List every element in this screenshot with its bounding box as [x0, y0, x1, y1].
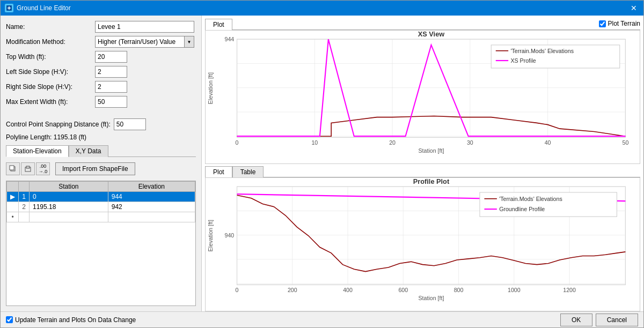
name-row: Name: [6, 21, 196, 33]
close-button[interactable]: ✕ [628, 3, 639, 13]
decimal-button[interactable]: .00→.0 [36, 162, 50, 175]
svg-text:Station [ft]: Station [ft] [419, 147, 444, 154]
bottom-plot-section: Plot Table [205, 166, 640, 311]
cancel-button[interactable]: Cancel [596, 314, 638, 326]
right-slope-label: Right Side Slope (H:V): [6, 83, 92, 91]
tab-xy-data[interactable]: X,Y Data [69, 145, 108, 157]
ok-button[interactable]: OK [560, 314, 592, 326]
svg-rect-6 [26, 166, 30, 168]
svg-text:944: 944 [224, 36, 234, 42]
dropdown-arrow-icon[interactable]: ▼ [184, 36, 194, 47]
svg-text:XS View: XS View [418, 31, 445, 38]
xs-chart-container: XS View Elevation [ft] 944 0 10 20 30 40… [205, 30, 640, 164]
update-check-row: Update Terrain and Plots On Data Change [6, 316, 136, 324]
snap-dist-label: Control Point Snapping Distance (ft): [6, 121, 111, 128]
svg-text:0: 0 [236, 287, 239, 293]
update-terrain-label: Update Terrain and Plots On Data Change [15, 316, 136, 324]
svg-text:40: 40 [545, 139, 551, 146]
import-shapefile-button[interactable]: Import From ShapeFile [55, 162, 135, 175]
svg-text:XS Profile: XS Profile [510, 57, 536, 64]
footer-buttons: OK Cancel [560, 314, 638, 326]
top-plot-section: Plot Plot Terrain [205, 19, 640, 164]
plot-terrain-label: Plot Terrain [608, 20, 640, 27]
svg-rect-4 [10, 166, 14, 170]
top-width-input[interactable] [95, 51, 127, 63]
svg-text:Elevation [ft]: Elevation [ft] [207, 72, 214, 104]
top-plot-tabs-row: Plot Plot Terrain [205, 19, 640, 30]
col-num [19, 182, 30, 192]
svg-text:1200: 1200 [563, 287, 576, 293]
svg-text:200: 200 [288, 287, 297, 293]
tab-station-elevation[interactable]: Station-Elevation [6, 145, 69, 157]
svg-text:Profile Plot: Profile Plot [413, 178, 450, 185]
profile-chart-container: Profile Plot Elevation [ft] 940 0 200 40… [205, 177, 640, 311]
svg-text:1000: 1000 [508, 287, 521, 293]
table-row[interactable]: 2 1195.18 942 [7, 202, 195, 212]
snap-dist-input[interactable] [114, 118, 146, 130]
window-footer: Update Terrain and Plots On Data Change … [1, 311, 643, 327]
modification-method-label: Modification Method: [6, 38, 92, 46]
station-elevation-table: Station Elevation ▶ 1 0 944 [6, 181, 196, 306]
svg-text:0: 0 [236, 139, 239, 146]
top-plot-tab[interactable]: Plot [205, 19, 232, 30]
max-extent-input[interactable] [95, 96, 127, 108]
bottom-table-tab[interactable]: Table [232, 166, 264, 177]
left-slope-input[interactable] [95, 66, 127, 78]
left-panel: Name: Modification Method: Higher (Terra… [1, 16, 202, 311]
update-terrain-checkbox[interactable] [6, 316, 13, 323]
snap-dist-row: Control Point Snapping Distance (ft): [6, 118, 196, 130]
max-extent-label: Max Extent Width (ft): [6, 98, 92, 106]
table-new-row[interactable]: • [7, 212, 195, 222]
data-table: Station Elevation ▶ 1 0 944 [6, 181, 195, 222]
row-indicator [7, 202, 19, 212]
svg-text:10: 10 [311, 139, 318, 146]
svg-text:400: 400 [343, 287, 353, 293]
dot-num [19, 212, 30, 222]
row-elevation[interactable]: 942 [108, 202, 195, 212]
xs-chart: XS View Elevation [ft] 944 0 10 20 30 40… [206, 31, 640, 163]
max-extent-row: Max Extent Width (ft): [6, 96, 196, 108]
plot-terrain-check: Plot Terrain [599, 20, 640, 29]
row-elevation[interactable]: 944 [108, 192, 195, 202]
svg-text:Station [ft]: Station [ft] [419, 295, 444, 301]
paste-button[interactable] [21, 162, 35, 175]
row-station[interactable]: 0 [30, 192, 108, 202]
polyline-length-label: Polyline Length: 1195.18 (ft) [6, 133, 196, 141]
left-slope-label: Left Side Slope (H:V): [6, 68, 92, 76]
svg-text:Groundline Profile: Groundline Profile [499, 206, 545, 212]
dot-indicator: • [7, 212, 19, 222]
top-plot-tabs-left: Plot [205, 19, 232, 29]
dot-station [30, 212, 108, 222]
svg-text:50: 50 [622, 139, 628, 146]
left-slope-row: Left Side Slope (H:V): [6, 66, 196, 78]
svg-text:'Terrain.Mods' Elevations: 'Terrain.Mods' Elevations [499, 196, 562, 202]
modification-method-row: Modification Method: Higher (Terrain/Use… [6, 36, 196, 48]
dot-elevation [108, 212, 195, 222]
svg-text:800: 800 [454, 287, 464, 293]
table-row[interactable]: ▶ 1 0 944 [7, 192, 195, 202]
name-input[interactable] [95, 21, 194, 33]
modification-method-dropdown[interactable]: Higher (Terrain/User) Value ▼ [95, 36, 194, 48]
row-station[interactable]: 1195.18 [30, 202, 108, 212]
svg-text:Elevation [ft]: Elevation [ft] [207, 220, 214, 251]
right-slope-row: Right Side Slope (H:V): [6, 81, 196, 93]
data-tabs: Station-Elevation X,Y Data [6, 145, 196, 157]
col-elevation: Elevation [108, 182, 195, 192]
bottom-plot-tabs-row: Plot Table [205, 166, 640, 177]
app-icon [5, 4, 13, 12]
plot-terrain-checkbox[interactable] [599, 20, 606, 27]
row-indicator: ▶ [7, 192, 19, 202]
toolbar: .00→.0 Import From ShapeFile [6, 160, 196, 177]
col-station: Station [30, 182, 108, 192]
profile-chart: Profile Plot Elevation [ft] 940 0 200 40… [206, 178, 640, 311]
row-number: 1 [19, 192, 30, 202]
bottom-plot-tab[interactable]: Plot [205, 166, 232, 177]
svg-text:940: 940 [224, 232, 234, 238]
title-bar: Ground Line Editor ✕ [1, 1, 643, 16]
title-bar-left: Ground Line Editor [5, 4, 71, 12]
table-header-row: Station Elevation [7, 182, 195, 192]
right-panel: Plot Plot Terrain [202, 16, 643, 311]
right-slope-input[interactable] [95, 81, 127, 93]
copy-button[interactable] [6, 162, 20, 175]
main-window: Ground Line Editor ✕ Name: Modification … [0, 0, 644, 328]
